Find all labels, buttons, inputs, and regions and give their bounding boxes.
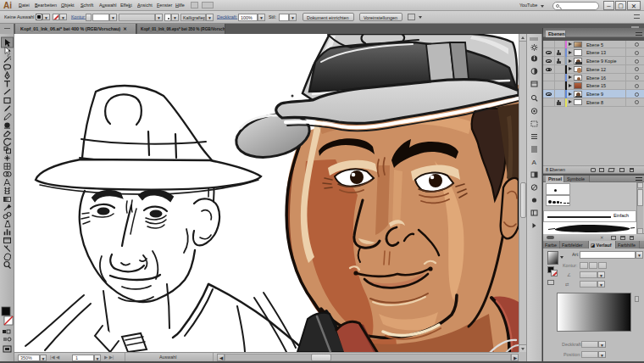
svg-text:A: A xyxy=(532,159,537,166)
